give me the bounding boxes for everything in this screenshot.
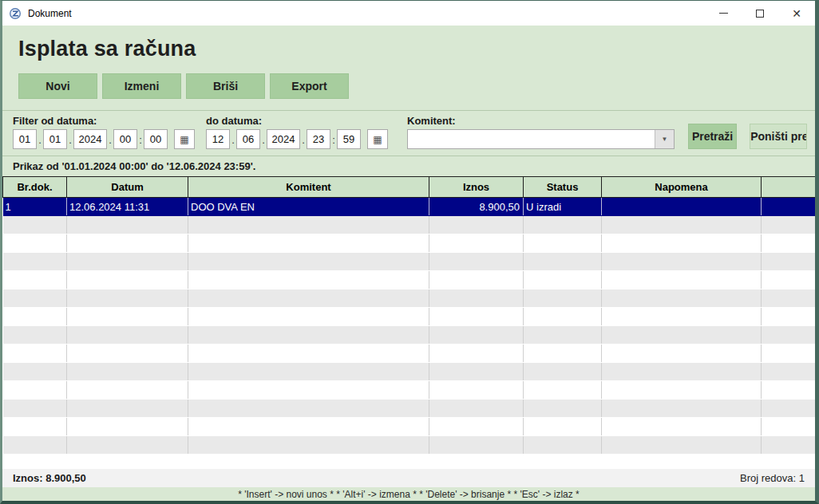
table-cell[interactable] [188,253,429,271]
table-cell[interactable] [429,436,524,455]
table-row[interactable] [3,326,816,345]
table-cell[interactable] [602,436,762,455]
table-cell[interactable] [762,345,816,363]
table-cell[interactable] [429,234,524,253]
table-cell[interactable] [429,326,524,345]
table-cell[interactable] [762,326,816,345]
to-year-input[interactable] [267,129,300,149]
table-cell[interactable] [602,345,762,363]
table-cell[interactable] [524,234,602,253]
column-header[interactable]: Status [524,177,602,198]
table-cell[interactable] [524,381,602,400]
table-cell[interactable] [762,198,816,216]
table-cell[interactable] [524,363,602,381]
table-cell[interactable] [188,308,429,326]
table-cell[interactable] [524,345,602,363]
table-cell[interactable]: 12.06.2024 11:31 [67,198,188,216]
table-cell[interactable] [188,363,429,381]
table-cell[interactable]: U izradi [524,198,602,216]
komitent-dropdown-button[interactable]: ▼ [655,130,674,148]
table-cell[interactable] [602,198,762,216]
close-button[interactable]: ✕ [778,1,815,26]
table-cell[interactable] [429,400,524,418]
table-cell[interactable] [188,216,429,234]
table-row[interactable] [3,436,816,455]
to-day-input[interactable] [206,129,230,149]
column-header[interactable]: Komitent [188,177,429,198]
table-row[interactable] [3,216,816,234]
table-row[interactable] [3,345,816,363]
table-row[interactable] [3,400,816,418]
title-bar[interactable]: Dokument ✕ [2,1,815,26]
table-cell[interactable] [762,363,816,381]
from-month-input[interactable] [43,129,67,149]
from-calendar-button[interactable]: ▦ [174,129,195,149]
table-cell[interactable] [67,436,188,455]
table-row[interactable] [3,289,816,308]
table-cell[interactable] [429,216,524,234]
table-cell[interactable] [3,216,67,234]
table-cell[interactable] [67,363,188,381]
table-cell[interactable] [67,216,188,234]
table-cell[interactable]: DOO DVA EN [188,198,429,216]
maximize-button[interactable] [742,1,778,26]
table-cell[interactable] [67,308,188,326]
table-cell[interactable] [3,271,67,289]
table-cell[interactable] [524,289,602,308]
table-cell[interactable] [429,271,524,289]
table-cell[interactable] [524,400,602,418]
table-cell[interactable] [762,400,816,418]
export-button[interactable]: Export [270,73,349,99]
column-header[interactable]: Br.dok. [3,177,67,198]
table-cell[interactable] [67,271,188,289]
table-row[interactable] [3,271,816,289]
table-cell[interactable] [188,400,429,418]
table-cell[interactable] [67,418,188,436]
table-cell[interactable] [188,326,429,345]
table-cell[interactable] [602,253,762,271]
brisi-button[interactable]: Briši [186,73,265,99]
table-row[interactable] [3,418,816,436]
table-cell[interactable] [762,234,816,253]
table-row[interactable] [3,363,816,381]
table-cell[interactable] [67,253,188,271]
table-cell[interactable] [602,363,762,381]
table-cell[interactable] [762,436,816,455]
column-header[interactable]: Iznos [429,177,524,198]
komitent-combobox[interactable]: ▼ [407,129,675,149]
column-header[interactable]: Napomena [602,177,762,198]
table-cell[interactable] [67,326,188,345]
table-cell[interactable] [67,400,188,418]
komitent-input[interactable] [408,130,655,148]
to-minute-input[interactable] [337,129,361,149]
table-cell[interactable] [67,345,188,363]
to-calendar-button[interactable]: ▦ [367,129,388,149]
table-row[interactable] [3,308,816,326]
table-cell[interactable] [602,326,762,345]
table-cell[interactable] [3,234,67,253]
table-cell[interactable] [429,253,524,271]
ponisti-pretragu-button[interactable]: Poništi pretr... [750,124,807,149]
from-hour-input[interactable] [113,129,137,149]
table-row[interactable] [3,253,816,271]
table-cell[interactable] [602,216,762,234]
table-cell[interactable] [602,400,762,418]
table-cell[interactable] [3,289,67,308]
table-cell[interactable] [67,234,188,253]
table-cell[interactable] [3,381,67,400]
table-cell[interactable] [602,381,762,400]
table-cell[interactable] [602,271,762,289]
table-cell[interactable] [524,418,602,436]
table-cell[interactable] [762,271,816,289]
column-header[interactable] [762,177,816,198]
from-day-input[interactable] [13,129,37,149]
table-cell[interactable] [188,436,429,455]
table-cell[interactable] [762,381,816,400]
izmeni-button[interactable]: Izmeni [102,73,181,99]
table-cell[interactable] [524,271,602,289]
novi-button[interactable]: Novi [18,73,97,99]
table-cell[interactable] [67,289,188,308]
table-cell[interactable] [762,289,816,308]
table-cell[interactable]: 8.900,50 [429,198,524,216]
table-cell[interactable] [3,326,67,345]
